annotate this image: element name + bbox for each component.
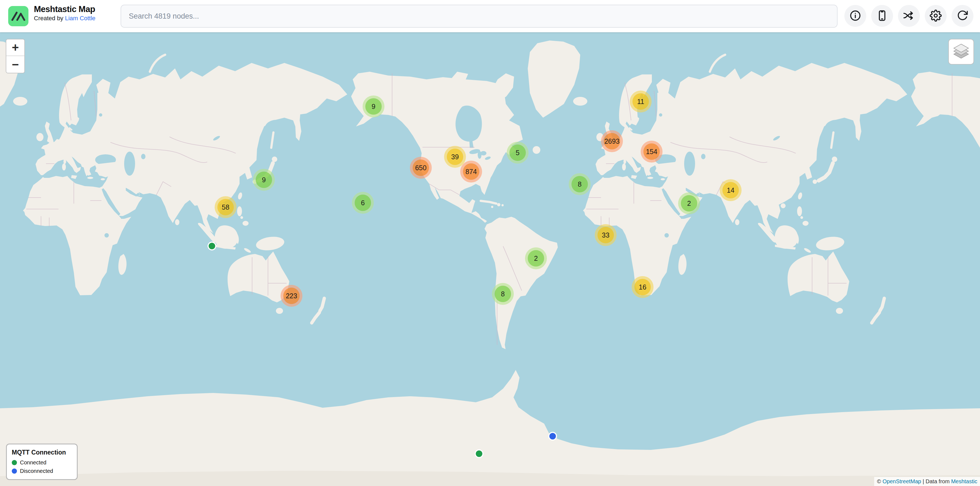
title-block: Meshtastic Map Created by Liam Cottle — [34, 5, 95, 22]
app-header: Meshtastic Map Created by Liam Cottle — [0, 0, 980, 32]
cluster-marker[interactable]: 33 — [595, 224, 617, 246]
meshtastic-link[interactable]: Meshtastic — [951, 478, 977, 484]
osm-link[interactable]: OpenStreetMap — [883, 478, 921, 484]
cluster-marker[interactable]: 650 — [410, 157, 432, 179]
zoom-out-button[interactable]: − — [6, 56, 24, 73]
legend-item-label: Connected — [20, 459, 46, 466]
node-marker-connected[interactable] — [475, 449, 484, 458]
cluster-marker[interactable]: 2 — [678, 192, 700, 214]
author-link[interactable]: Liam Cottle — [65, 15, 95, 22]
cluster-count: 9 — [256, 172, 272, 188]
cluster-count: 39 — [447, 148, 463, 165]
connected-dot-icon — [12, 460, 17, 465]
node-marker-disconnected[interactable] — [548, 432, 557, 441]
legend-item-label: Disconnected — [20, 468, 53, 474]
cluster-count: 154 — [643, 143, 660, 160]
cluster-marker[interactable]: 9 — [253, 169, 275, 191]
cluster-marker[interactable]: 58 — [215, 196, 237, 218]
cluster-marker[interactable]: 2 — [525, 247, 547, 269]
cluster-count: 14 — [722, 182, 739, 198]
cluster-count: 650 — [413, 159, 429, 176]
cluster-marker[interactable]: 16 — [632, 276, 654, 298]
layers-icon — [953, 43, 970, 60]
cluster-marker[interactable]: 5 — [507, 142, 528, 164]
cluster-marker[interactable]: 8 — [492, 283, 514, 305]
mqtt-legend: MQTT Connection Connected Disconnected — [6, 444, 78, 480]
info-icon — [849, 10, 861, 22]
search-input[interactable] — [121, 5, 838, 28]
cluster-marker[interactable]: 2693 — [601, 130, 623, 152]
random-node-button[interactable] — [898, 5, 920, 27]
cluster-count: 223 — [283, 288, 300, 304]
refresh-icon — [956, 10, 969, 22]
cluster-count: 9 — [365, 98, 382, 115]
cluster-marker[interactable]: 9 — [363, 96, 385, 117]
cluster-count: 6 — [355, 194, 371, 211]
cluster-count: 2 — [681, 195, 697, 212]
cluster-count: 2 — [528, 250, 544, 266]
phone-icon — [876, 10, 888, 22]
cluster-count: 58 — [217, 199, 234, 215]
map-attribution: © OpenStreetMap | Data from Meshtastic — [874, 477, 980, 486]
legend-title: MQTT Connection — [12, 449, 72, 456]
attribution-copyright: © — [877, 478, 882, 484]
cluster-count: 2693 — [604, 133, 620, 150]
meshtastic-logo-icon — [8, 6, 29, 26]
cluster-marker[interactable]: 11 — [630, 91, 652, 113]
cluster-count: 11 — [632, 93, 649, 110]
attribution-middle: | Data from — [921, 478, 951, 484]
settings-button[interactable] — [925, 5, 947, 27]
byline: Created by Liam Cottle — [34, 14, 95, 22]
gear-icon — [930, 10, 942, 22]
refresh-button[interactable] — [951, 5, 974, 27]
cluster-marker[interactable]: 8 — [569, 173, 590, 195]
legend-item-disconnected: Disconnected — [12, 468, 72, 474]
legend-item-connected: Connected — [12, 459, 72, 466]
node-marker-connected[interactable] — [208, 242, 216, 250]
cluster-count: 16 — [635, 279, 651, 295]
cluster-count: 5 — [509, 145, 526, 161]
cluster-marker[interactable]: 154 — [641, 141, 663, 163]
cluster-count: 8 — [495, 286, 511, 302]
cluster-marker[interactable]: 223 — [280, 285, 302, 307]
cluster-count: 33 — [597, 227, 614, 243]
cluster-marker[interactable]: 874 — [460, 161, 482, 183]
disconnected-dot-icon — [12, 468, 17, 474]
page-title: Meshtastic Map — [34, 5, 95, 14]
layers-control-button[interactable] — [948, 39, 974, 65]
cluster-count: 8 — [571, 176, 588, 192]
world-map — [0, 0, 980, 486]
cluster-marker[interactable]: 6 — [352, 192, 374, 214]
zoom-in-button[interactable]: + — [6, 40, 24, 56]
cluster-count: 874 — [463, 163, 479, 180]
info-button[interactable] — [845, 5, 866, 27]
shuffle-icon — [903, 10, 915, 22]
zoom-control: + − — [6, 39, 25, 73]
mobile-app-button[interactable] — [871, 5, 893, 27]
cluster-marker[interactable]: 14 — [720, 179, 741, 201]
byline-prefix: Created by — [34, 15, 65, 22]
